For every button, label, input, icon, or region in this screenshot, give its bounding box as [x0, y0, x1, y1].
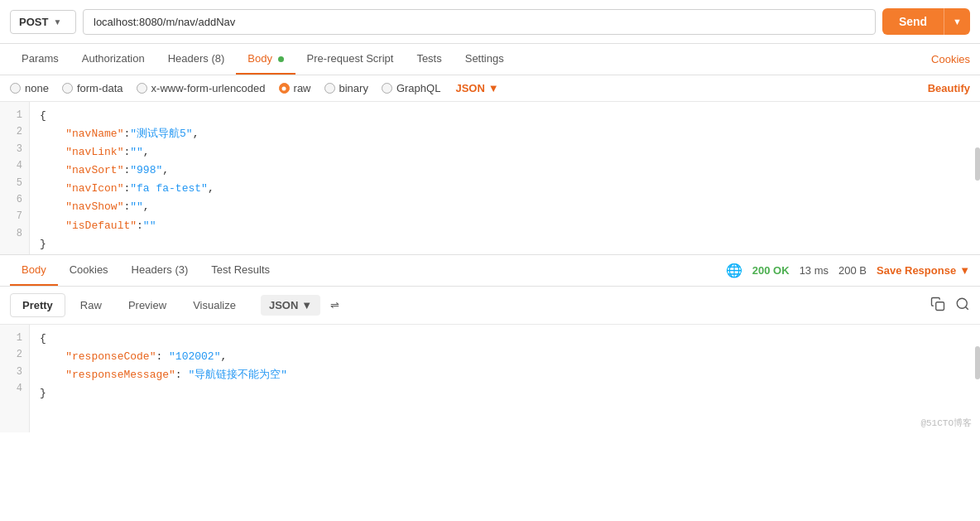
body-type-graphql[interactable]: GraphQL: [382, 82, 440, 94]
code-line-8: }: [40, 235, 970, 253]
radio-urlencoded: [137, 83, 147, 94]
request-code-content[interactable]: { "navName":"测试导航5", "navLink":"", "navS…: [30, 102, 980, 254]
code-line-7: "isDefault":"": [40, 217, 970, 235]
code-line-3: "navLink":"",: [40, 143, 970, 162]
method-chevron-icon: ▼: [53, 17, 61, 27]
request-line-numbers: 1 2 3 4 5 6 7 8: [0, 102, 30, 254]
resp-tab-body[interactable]: Body: [10, 255, 58, 286]
format-tab-raw[interactable]: Raw: [69, 294, 113, 316]
send-button[interactable]: Send: [882, 8, 944, 35]
response-tabs: Body Cookies Headers (3) Test Results 🌐 …: [0, 255, 980, 287]
save-response-button[interactable]: Save Response ▼: [877, 264, 970, 277]
tab-prerequest[interactable]: Pre-request Script: [295, 44, 406, 75]
tab-authorization[interactable]: Authorization: [70, 44, 156, 75]
body-type-raw[interactable]: raw: [279, 82, 311, 94]
wrap-lines-icon[interactable]: ⇌: [330, 299, 339, 311]
request-body-editor[interactable]: 1 2 3 4 5 6 7 8 { "navName":"测试导航5", "na…: [0, 102, 980, 255]
send-dropdown-button[interactable]: ▼: [944, 8, 970, 35]
save-response-chevron-icon: ▼: [959, 264, 970, 277]
cookies-link[interactable]: Cookies: [931, 53, 970, 65]
response-time: 13 ms: [800, 264, 829, 277]
code-line-4: "navSort":"998",: [40, 162, 970, 180]
tab-headers[interactable]: Headers (8): [156, 44, 237, 75]
format-chevron-icon: ▼: [301, 299, 312, 311]
code-line-6: "navShow":"",: [40, 198, 970, 216]
body-type-bar: none form-data x-www-form-urlencoded raw…: [0, 75, 980, 102]
resp-code-line-4: }: [40, 384, 970, 403]
svg-rect-0: [936, 302, 944, 310]
globe-icon: 🌐: [726, 263, 742, 278]
response-format-bar: Pretty Raw Preview Visualize JSON ▼ ⇌: [0, 287, 980, 325]
method-selector[interactable]: POST ▼: [10, 10, 76, 34]
response-size: 200 B: [838, 264, 867, 277]
resp-code-line-1: {: [40, 330, 970, 348]
body-type-formdata[interactable]: form-data: [62, 82, 123, 94]
response-line-numbers: 1 2 3 4: [0, 325, 30, 432]
watermark: @51CTO博客: [920, 417, 972, 429]
resp-tab-cookies[interactable]: Cookies: [58, 255, 120, 286]
copy-icon[interactable]: [930, 297, 945, 315]
code-line-2: "navName":"测试导航5",: [40, 125, 970, 143]
format-tab-preview[interactable]: Preview: [117, 294, 178, 316]
body-type-none[interactable]: none: [10, 82, 49, 94]
beautify-button[interactable]: Beautify: [928, 82, 970, 94]
body-active-dot: [278, 56, 284, 62]
code-line-5: "navIcon":"fa fa-test",: [40, 180, 970, 198]
resp-code-line-3: "responseMessage": "导航链接不能为空": [40, 366, 970, 384]
request-scrollbar[interactable]: [975, 147, 980, 181]
response-body-editor: 1 2 3 4 { "responseCode": "102002", "res…: [0, 325, 980, 432]
code-line-1: {: [40, 107, 970, 125]
send-btn-group: Send ▼: [882, 8, 970, 35]
radio-raw: [279, 83, 290, 94]
response-meta: 🌐 200 OK 13 ms 200 B Save Response ▼: [726, 263, 970, 278]
radio-binary: [324, 83, 335, 94]
tab-tests[interactable]: Tests: [405, 44, 453, 75]
tab-settings[interactable]: Settings: [454, 44, 516, 75]
radio-formdata: [62, 83, 73, 94]
response-scrollbar[interactable]: [975, 346, 980, 379]
json-chevron-icon: ▼: [488, 82, 499, 94]
tab-params[interactable]: Params: [10, 44, 70, 75]
body-type-binary[interactable]: binary: [324, 82, 368, 94]
status-badge: 200 OK: [752, 264, 790, 277]
svg-line-2: [965, 306, 968, 309]
body-type-urlencoded[interactable]: x-www-form-urlencoded: [137, 82, 266, 94]
response-code-content: { "responseCode": "102002", "responseMes…: [30, 325, 980, 432]
svg-point-1: [957, 298, 967, 308]
format-tab-pretty[interactable]: Pretty: [10, 293, 65, 317]
resp-tab-test-results[interactable]: Test Results: [199, 255, 281, 286]
tab-body[interactable]: Body: [236, 44, 295, 75]
resp-code-line-2: "responseCode": "102002",: [40, 348, 970, 366]
url-input[interactable]: [83, 9, 876, 35]
format-tab-visualize[interactable]: Visualize: [181, 294, 247, 316]
response-format-dropdown[interactable]: JSON ▼: [261, 295, 320, 316]
json-format-dropdown[interactable]: JSON ▼: [455, 82, 498, 94]
request-tabs: Params Authorization Headers (8) Body Pr…: [0, 44, 980, 75]
radio-graphql: [382, 83, 392, 94]
radio-none: [10, 83, 21, 94]
resp-tab-headers[interactable]: Headers (3): [120, 255, 200, 286]
search-icon[interactable]: [955, 297, 970, 315]
url-bar: POST ▼ Send ▼: [0, 0, 980, 44]
method-label: POST: [19, 16, 48, 28]
